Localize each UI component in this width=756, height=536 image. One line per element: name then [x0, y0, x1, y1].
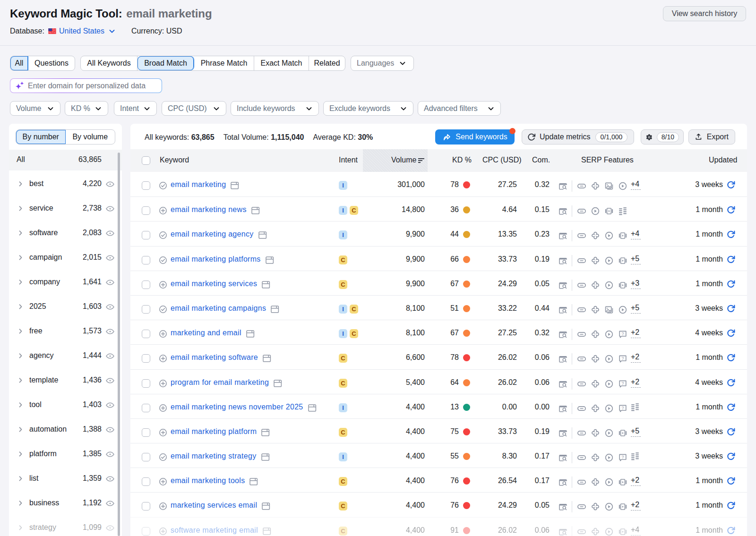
svg-text:?: ? [622, 332, 624, 336]
svg-text:?: ? [622, 381, 624, 385]
svg-text:?: ? [622, 356, 624, 361]
svg-text:?: ? [622, 405, 624, 410]
svg-text:?: ? [622, 455, 624, 459]
